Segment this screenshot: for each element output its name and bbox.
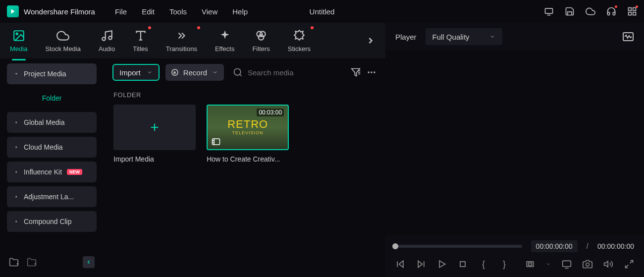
media-grid: + Import Media 00:03:00 RETRO TELEVISION…: [104, 103, 385, 165]
chevron-down-icon: [147, 69, 153, 75]
chevron-down-icon: [212, 69, 218, 75]
svg-point-33: [374, 71, 375, 73]
folder-add-icon[interactable]: [9, 257, 19, 267]
search-icon[interactable]: [233, 67, 243, 77]
content-row: Project Media Folder Global Media Cloud …: [0, 58, 385, 277]
search-input[interactable]: [248, 68, 342, 77]
media-toolbar: Import Record: [104, 58, 385, 86]
titlebar-actions: [544, 6, 637, 16]
svg-point-7: [16, 33, 17, 34]
waveform-button[interactable]: [622, 32, 634, 42]
tab-audio[interactable]: Audio: [99, 25, 115, 56]
cloud-icon[interactable]: [586, 6, 595, 16]
svg-marker-41: [418, 261, 422, 267]
sidebar-item-influence-kit[interactable]: Influence Kit NEW: [7, 162, 97, 182]
more-icon[interactable]: [367, 67, 376, 77]
headphones-icon[interactable]: [606, 6, 616, 16]
menu-help[interactable]: Help: [232, 7, 248, 16]
menu-file[interactable]: File: [115, 7, 127, 16]
volume-button[interactable]: [603, 259, 613, 269]
import-button[interactable]: Import: [112, 64, 160, 81]
svg-rect-5: [629, 12, 632, 15]
fullscreen-button[interactable]: [624, 259, 634, 269]
sidebar-item-adjustment-layer[interactable]: Adjustment La...: [7, 186, 97, 207]
mark-out-button[interactable]: }: [499, 259, 509, 269]
svg-rect-0: [545, 8, 553, 13]
svg-point-49: [586, 263, 590, 267]
tab-stickers[interactable]: Stickers: [288, 25, 311, 56]
svg-marker-17: [16, 146, 17, 149]
player-controls: 00:00:00:00 / 00:00:00:00 { }: [385, 235, 644, 277]
time-separator: /: [587, 242, 589, 251]
brand-name: Wondershare Filmora: [24, 7, 95, 16]
plus-icon: +: [150, 119, 159, 136]
svg-rect-4: [633, 12, 636, 15]
svg-rect-46: [529, 263, 532, 266]
svg-line-26: [240, 74, 242, 76]
titlebar: Wondershare Filmora File Edit Tools View…: [0, 0, 644, 23]
timecode-current: 00:00:00:00: [531, 240, 578, 252]
timeline-scrubber[interactable]: [395, 245, 522, 248]
media-card-video[interactable]: 00:03:00 RETRO TELEVISION How to Create …: [207, 105, 289, 163]
menu-view[interactable]: View: [202, 7, 217, 16]
svg-point-8: [102, 37, 106, 41]
tab-media[interactable]: Media: [10, 25, 27, 56]
menu-tools[interactable]: Tools: [169, 7, 187, 16]
screen-icon[interactable]: [544, 6, 554, 16]
tabs-next-icon[interactable]: [366, 36, 376, 46]
tab-titles[interactable]: Titles: [133, 25, 148, 56]
save-icon[interactable]: [565, 6, 575, 16]
search-wrap: [230, 67, 345, 77]
next-frame-button[interactable]: [416, 259, 426, 269]
sidebar: Project Media Folder Global Media Cloud …: [0, 58, 104, 277]
svg-marker-20: [16, 221, 17, 223]
import-thumb[interactable]: +: [113, 105, 196, 150]
play-button[interactable]: [437, 259, 447, 269]
category-tabs: Media Stock Media Audio Titles Transitio…: [0, 23, 385, 58]
snapshot-button[interactable]: [583, 259, 592, 269]
sidebar-item-global-media[interactable]: Global Media: [7, 112, 97, 133]
svg-point-14: [259, 34, 264, 40]
grid-icon[interactable]: [627, 6, 637, 16]
left-panel: Media Stock Media Audio Titles Transitio…: [0, 23, 385, 277]
sidebar-item-compound-clip[interactable]: Compound Clip: [7, 211, 97, 232]
stop-button[interactable]: [458, 259, 468, 269]
tab-stock-media[interactable]: Stock Media: [45, 25, 81, 56]
quality-select[interactable]: Full Quality: [426, 28, 502, 45]
svg-marker-50: [604, 261, 608, 267]
svg-rect-3: [633, 8, 636, 11]
svg-rect-47: [563, 261, 571, 267]
menubar: File Edit Tools View Help: [115, 7, 248, 16]
svg-rect-2: [629, 8, 632, 11]
media-card-import[interactable]: + Import Media: [113, 105, 196, 163]
prev-frame-button[interactable]: [395, 259, 405, 269]
svg-marker-43: [439, 261, 445, 267]
tab-effects[interactable]: Effects: [215, 25, 235, 56]
tab-filters[interactable]: Filters: [252, 25, 269, 56]
video-thumb[interactable]: 00:03:00 RETRO TELEVISION: [207, 105, 289, 150]
collapse-sidebar-button[interactable]: [83, 256, 95, 268]
mark-in-button[interactable]: {: [479, 259, 488, 269]
project-title: Untitled: [310, 7, 335, 16]
preview-viewport[interactable]: [385, 51, 644, 235]
crop-button[interactable]: [525, 259, 535, 269]
scrubber-thumb[interactable]: [392, 243, 398, 249]
folder-remove-icon[interactable]: [27, 257, 37, 267]
record-button[interactable]: Record: [165, 64, 224, 81]
menu-edit[interactable]: Edit: [142, 7, 155, 16]
sidebar-item-project-media[interactable]: Project Media: [7, 63, 97, 84]
timecode-total: 00:00:00:00: [597, 242, 634, 250]
filter-icon[interactable]: [351, 67, 361, 77]
timeline-row: 00:00:00:00 / 00:00:00:00: [395, 240, 634, 252]
sidebar-item-cloud-media[interactable]: Cloud Media: [7, 137, 97, 158]
tab-transitions[interactable]: Transitions: [166, 25, 197, 56]
svg-point-9: [108, 36, 112, 40]
svg-line-52: [626, 265, 629, 268]
app-logo: [7, 5, 19, 17]
svg-rect-44: [460, 262, 465, 267]
display-button[interactable]: [562, 259, 572, 269]
crop-chevron-icon[interactable]: [546, 259, 551, 269]
player-panel: Player Full Quality 00:00:00:00 / 00:00:…: [385, 23, 644, 277]
main: Media Stock Media Audio Titles Transitio…: [0, 23, 644, 277]
sidebar-subitem-folder[interactable]: Folder: [7, 88, 97, 108]
